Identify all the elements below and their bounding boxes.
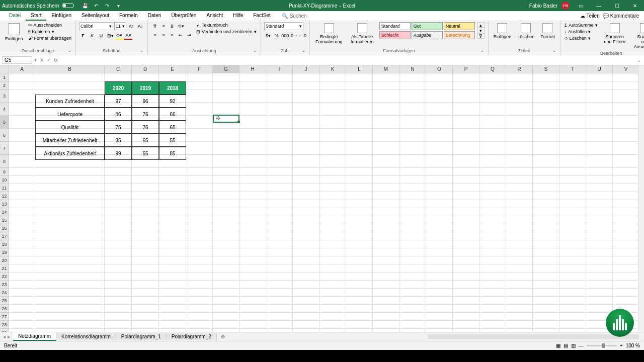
cell[interactable] bbox=[426, 81, 453, 89]
cell[interactable] bbox=[239, 89, 266, 103]
cell[interactable] bbox=[35, 273, 105, 281]
cell[interactable] bbox=[105, 176, 132, 184]
cell[interactable] bbox=[293, 116, 319, 129]
cell[interactable] bbox=[132, 216, 159, 224]
cell[interactable] bbox=[506, 103, 533, 116]
cell[interactable] bbox=[9, 232, 35, 240]
cell[interactable] bbox=[186, 103, 213, 116]
cond-format-button[interactable]: Bedingte Formatierung bbox=[313, 22, 345, 45]
cell[interactable] bbox=[35, 305, 105, 313]
cell[interactable] bbox=[105, 216, 132, 224]
cell[interactable] bbox=[399, 264, 426, 273]
cell[interactable] bbox=[213, 103, 239, 116]
cell[interactable] bbox=[506, 81, 533, 89]
cell[interactable] bbox=[35, 192, 105, 200]
cell[interactable] bbox=[453, 103, 479, 116]
cell[interactable] bbox=[346, 329, 373, 332]
cell[interactable] bbox=[319, 240, 346, 248]
cell[interactable] bbox=[559, 281, 586, 289]
cell[interactable] bbox=[559, 289, 586, 297]
cell[interactable] bbox=[9, 168, 35, 176]
cell[interactable] bbox=[373, 273, 399, 281]
cell[interactable] bbox=[186, 208, 213, 216]
row-header[interactable]: 25 bbox=[0, 297, 9, 305]
cell[interactable] bbox=[159, 289, 186, 297]
cell[interactable] bbox=[373, 313, 399, 321]
row-header[interactable]: 23 bbox=[0, 281, 9, 289]
cell[interactable] bbox=[506, 256, 533, 264]
fill-color-button[interactable]: ◇▾ bbox=[115, 32, 123, 40]
cell[interactable] bbox=[373, 116, 399, 129]
table-row-label[interactable]: Aktionärs Zufriedenheit bbox=[35, 147, 105, 160]
cell[interactable] bbox=[159, 224, 186, 232]
cell[interactable] bbox=[213, 264, 239, 273]
cell[interactable] bbox=[266, 168, 293, 176]
view-break-icon[interactable]: ▥ bbox=[571, 343, 576, 348]
cell[interactable] bbox=[506, 321, 533, 329]
col-header[interactable]: F bbox=[186, 65, 213, 73]
cell[interactable] bbox=[186, 273, 213, 281]
cell[interactable] bbox=[399, 168, 426, 176]
cell[interactable] bbox=[186, 168, 213, 176]
cell[interactable] bbox=[453, 208, 479, 216]
indent-dec-icon[interactable]: ⇤ bbox=[177, 31, 185, 39]
cell[interactable] bbox=[426, 232, 453, 240]
style-schlecht[interactable]: Schlecht bbox=[379, 31, 411, 39]
cell[interactable] bbox=[35, 208, 105, 216]
cell[interactable] bbox=[213, 224, 239, 232]
cell[interactable] bbox=[506, 184, 533, 192]
cell[interactable] bbox=[559, 305, 586, 313]
minimize-icon[interactable]: — bbox=[592, 0, 606, 11]
cell[interactable] bbox=[586, 248, 613, 256]
cell[interactable] bbox=[559, 208, 586, 216]
cell[interactable] bbox=[319, 321, 346, 329]
cell[interactable] bbox=[159, 281, 186, 289]
comments-button[interactable]: 💬 Kommentare bbox=[603, 13, 639, 19]
col-header[interactable]: P bbox=[453, 65, 479, 73]
cell[interactable] bbox=[586, 192, 613, 200]
cell[interactable] bbox=[9, 273, 35, 281]
cell[interactable] bbox=[213, 176, 239, 184]
font-color-button[interactable]: A▾ bbox=[124, 32, 132, 40]
cell[interactable] bbox=[399, 305, 426, 313]
cell[interactable] bbox=[373, 281, 399, 289]
delete-cells-button[interactable]: Löschen bbox=[515, 22, 536, 40]
cell[interactable] bbox=[266, 281, 293, 289]
cell[interactable] bbox=[105, 313, 132, 321]
cell[interactable] bbox=[506, 313, 533, 321]
cell[interactable] bbox=[213, 129, 239, 142]
cell[interactable] bbox=[453, 81, 479, 89]
row-header[interactable]: 13 bbox=[0, 200, 9, 208]
cell[interactable] bbox=[399, 224, 426, 232]
cell[interactable] bbox=[399, 142, 426, 155]
cell[interactable] bbox=[319, 81, 346, 89]
cell[interactable] bbox=[9, 200, 35, 208]
cell[interactable] bbox=[9, 73, 35, 81]
table-cell[interactable]: 76 bbox=[132, 108, 159, 121]
search-box[interactable]: 🔍 Suchen bbox=[282, 11, 307, 21]
cell[interactable] bbox=[533, 289, 559, 297]
table-cell[interactable]: 55 bbox=[159, 134, 186, 147]
row-header[interactable]: 22 bbox=[0, 273, 9, 281]
cell[interactable] bbox=[479, 264, 506, 273]
cell[interactable] bbox=[373, 200, 399, 208]
table-cell[interactable]: 65 bbox=[132, 147, 159, 160]
cell[interactable] bbox=[266, 89, 293, 103]
cell[interactable] bbox=[586, 200, 613, 208]
cell[interactable] bbox=[373, 224, 399, 232]
cell[interactable] bbox=[479, 192, 506, 200]
cell[interactable] bbox=[293, 329, 319, 332]
col-header[interactable]: K bbox=[319, 65, 346, 73]
cell[interactable] bbox=[373, 329, 399, 332]
cell[interactable] bbox=[479, 176, 506, 184]
menu-daten[interactable]: Daten bbox=[143, 11, 167, 21]
cell[interactable] bbox=[186, 305, 213, 313]
cell[interactable] bbox=[35, 321, 105, 329]
cell[interactable] bbox=[105, 297, 132, 305]
cell[interactable] bbox=[453, 200, 479, 208]
cell[interactable] bbox=[506, 273, 533, 281]
cell[interactable] bbox=[506, 116, 533, 129]
cell[interactable] bbox=[293, 192, 319, 200]
cell[interactable] bbox=[586, 176, 613, 184]
cell[interactable] bbox=[213, 81, 239, 89]
